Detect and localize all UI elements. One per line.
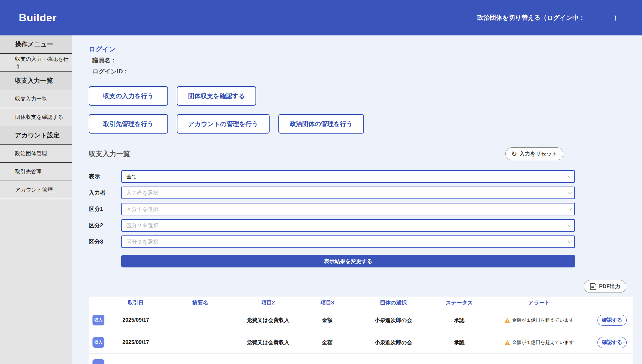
chevron-down-icon (568, 207, 572, 211)
pdf-export-row: PDF出力 (89, 280, 626, 293)
cell-org: 小泉進次郎の会 (356, 339, 431, 346)
table-row-partial (89, 354, 633, 364)
alert-message: 金額が１億円を超えています (512, 340, 574, 346)
sidebar-heading-entry-list: 収支入力一覧 (0, 72, 72, 90)
income-badge (92, 359, 104, 364)
cell-item3: 金額 (299, 339, 356, 346)
col-header-date: 取引日 (108, 299, 163, 306)
login-id-label: ログインID： (92, 67, 642, 76)
cell-date: 2025/09/17 (108, 339, 163, 346)
entered-by-filter-select[interactable]: 入力者を選択 (121, 187, 575, 199)
warning-icon (504, 318, 510, 323)
category2-filter-select[interactable]: 区分２を選択 (121, 219, 575, 232)
sidebar-label: 団体収支を確認する (15, 113, 63, 121)
document-icon (590, 283, 597, 290)
col-header-alert: アラート (487, 299, 591, 306)
manage-political-orgs-button[interactable]: 政治団体の管理を行う (278, 114, 364, 134)
filter-label: 区分1 (89, 205, 121, 213)
confirm-button[interactable]: 確認する (597, 337, 627, 348)
sidebar-item-account-admin[interactable]: アカウント管理 (0, 181, 72, 199)
filter-panel: 表示 全て 入力者 入力者を選択 区分1 (89, 170, 642, 248)
login-title: ログイン (89, 45, 642, 54)
income-badge: 収入 (92, 337, 104, 348)
chevron-down-icon (568, 174, 572, 178)
brand-logo: Builder (19, 12, 57, 24)
cell-date: 2025/09/17 (108, 317, 163, 323)
manage-accounts-button[interactable]: アカウントの管理を行う (177, 114, 270, 134)
filter-label: 入力者 (89, 189, 121, 197)
sidebar-label: アカウント管理 (15, 186, 53, 193)
sidebar-label: 収支の入力・確認を行う (15, 55, 72, 70)
display-filter-select[interactable]: 全て (121, 170, 575, 183)
manage-vendors-button[interactable]: 取引先管理を行う (89, 114, 168, 134)
org-switcher-link[interactable]: 政治団体を切り替える（ログイン中： ） (477, 13, 620, 22)
category3-filter-select[interactable]: 区分３を選択 (121, 235, 575, 248)
sidebar-item-org-balance[interactable]: 団体収支を確認する (0, 108, 72, 126)
table-row: 収入 2025/09/17 党費又は会費収入 金額 小泉進次郎の会 承認 (89, 331, 633, 354)
cell-item2: 党費又は会費収入 (237, 317, 299, 324)
reset-button-label: 入力をリセット (519, 150, 557, 157)
check-org-balance-button[interactable]: 団体収支を確認する (177, 86, 256, 106)
cell-org: 小泉進次郎の会 (356, 317, 431, 324)
col-header-item2: 項目2 (237, 299, 299, 306)
alert-message: 金額が１億円を超えています (512, 317, 574, 323)
category1-filter-select[interactable]: 区分１を選択 (121, 203, 575, 215)
select-placeholder: 区分３を選択 (126, 238, 158, 245)
apply-filters-button[interactable]: 表示結果を変更する (121, 255, 575, 267)
confirm-button[interactable]: 確認する (597, 315, 627, 326)
login-info-block: ログイン 議員名： ログインID： (89, 45, 642, 76)
sidebar: 操作メニュー 収支の入力・確認を行う 収支入力一覧 収支入力一覧 団体収支を確認… (0, 35, 72, 364)
chevron-down-icon (568, 223, 572, 227)
income-badge: 収入 (92, 315, 104, 325)
pdf-export-button[interactable]: PDF出力 (584, 280, 626, 293)
sidebar-item-income-expense-entry[interactable]: 収支の入力・確認を行う (0, 54, 72, 72)
filter-row-category3: 区分3 区分３を選択 (89, 235, 642, 248)
pdf-button-label: PDF出力 (599, 283, 620, 290)
sidebar-heading-operations: 操作メニュー (0, 35, 72, 54)
enter-income-expense-button[interactable]: 収支の入力を行う (89, 86, 168, 106)
sidebar-heading-account-settings: アカウント設定 (0, 126, 72, 145)
filter-label: 表示 (89, 173, 121, 180)
member-name-label: 議員名： (92, 56, 642, 65)
app-root: Builder 政治団体を切り替える（ログイン中： ） 操作メニュー 収支の入力… (0, 0, 642, 364)
sidebar-label: 収支入力一覧 (15, 76, 53, 85)
filter-row-entered-by: 入力者 入力者を選択 (89, 187, 642, 199)
cell-item3: 金額 (299, 317, 356, 324)
top-bar: Builder 政治団体を切り替える（ログイン中： ） (0, 0, 642, 35)
sidebar-label: アカウント設定 (15, 131, 60, 140)
main-content: ログイン 議員名： ログインID： 収支の入力を行う 団体収支を確認する 取引先… (72, 35, 642, 364)
select-placeholder: 入力者を選択 (126, 189, 158, 197)
list-section-header: 収支入力一覧 ↻ 入力をリセット (89, 147, 563, 160)
col-header-status: ステータス (431, 299, 487, 306)
select-placeholder: 区分１を選択 (126, 206, 158, 213)
col-header-org: 団体の選択 (356, 299, 431, 306)
sidebar-item-political-org-admin[interactable]: 政治団体管理 (0, 145, 72, 163)
sidebar-label: 操作メニュー (15, 40, 53, 49)
filter-row-category1: 区分1 区分１を選択 (89, 203, 642, 215)
chevron-down-icon (568, 239, 572, 243)
select-value: 全て (126, 173, 137, 180)
cell-status: 承認 (431, 339, 487, 346)
col-header-summary: 摘要名 (163, 299, 237, 306)
sidebar-item-vendor-admin[interactable]: 取引先管理 (0, 163, 72, 181)
table-header-row: 取引日 摘要名 項目2 項目3 団体の選択 ステータス アラート (89, 297, 633, 309)
sidebar-item-entry-list[interactable]: 収支入力一覧 (0, 90, 72, 108)
warning-icon (504, 340, 510, 345)
select-placeholder: 区分２を選択 (126, 222, 158, 229)
section-title: 収支入力一覧 (89, 149, 130, 159)
reset-icon: ↻ (511, 150, 517, 157)
action-buttons-row-1: 収支の入力を行う 団体収支を確認する (89, 86, 642, 106)
table-row: 収入 2025/09/17 党費又は会費収入 金額 小泉進次郎の会 承認 (89, 309, 633, 331)
sidebar-label: 取引先管理 (15, 168, 42, 175)
filter-label: 区分3 (89, 238, 121, 245)
cell-status: 承認 (431, 317, 487, 324)
chevron-down-icon (568, 190, 572, 194)
action-buttons-row-2: 取引先管理を行う アカウントの管理を行う 政治団体の管理を行う (89, 114, 642, 134)
filter-label: 区分2 (89, 222, 121, 229)
org-switcher-prefix: 政治団体を切り替える（ログイン中： (477, 13, 585, 22)
sidebar-label: 収支入力一覧 (15, 95, 47, 103)
sidebar-label: 政治団体管理 (15, 150, 47, 157)
results-table: 取引日 摘要名 項目2 項目3 団体の選択 ステータス アラート 収入 2025… (89, 297, 633, 364)
col-header-item3: 項目3 (299, 299, 356, 306)
reset-input-button[interactable]: ↻ 入力をリセット (505, 147, 563, 160)
